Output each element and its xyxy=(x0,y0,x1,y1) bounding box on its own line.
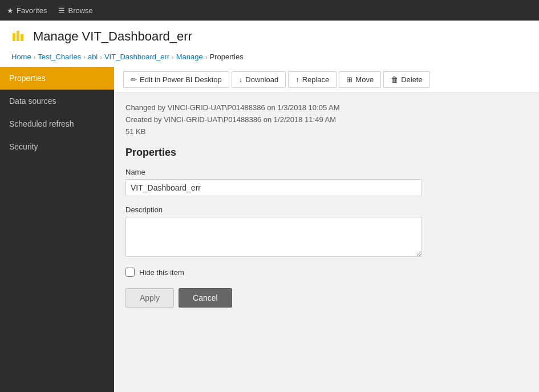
toolbar: ✏ Edit in Power BI Desktop ↓ Download ↑ … xyxy=(114,67,539,93)
browse-icon: ☰ xyxy=(58,6,65,15)
svg-rect-1 xyxy=(17,31,19,41)
name-input[interactable] xyxy=(125,179,422,196)
svg-rect-2 xyxy=(21,34,23,41)
content-area: ✏ Edit in Power BI Desktop ↓ Download ↑ … xyxy=(114,67,539,392)
created-by-text: Created by VINCI-GRID-UAT\P01488386 on 1… xyxy=(125,114,528,126)
download-icon: ↓ xyxy=(239,75,243,84)
breadcrumb-sep-4: › xyxy=(172,54,174,60)
header: Manage VIT_Dashboard_err xyxy=(0,21,539,52)
main-layout: Properties Data sources Scheduled refres… xyxy=(0,67,539,392)
hide-item-group: Hide this item xyxy=(125,268,528,277)
breadcrumb-home[interactable]: Home xyxy=(11,52,31,61)
sidebar-scheduled-refresh-label: Scheduled refresh xyxy=(9,119,74,128)
description-textarea[interactable] xyxy=(125,217,422,257)
breadcrumb-current: Properties xyxy=(209,52,243,61)
browse-label: Browse xyxy=(68,6,92,15)
replace-icon: ↑ xyxy=(295,75,299,84)
edit-button-label: Edit in Power BI Desktop xyxy=(140,75,222,84)
sidebar-security-label: Security xyxy=(9,142,38,151)
breadcrumb: Home › Test_Charles › abl › VIT_Dashboar… xyxy=(0,52,539,67)
star-icon: ★ xyxy=(7,6,14,15)
changed-by-text: Changed by VINCI-GRID-UAT\P01488386 on 1… xyxy=(125,102,528,114)
apply-button-label: Apply xyxy=(140,293,160,302)
apply-button[interactable]: Apply xyxy=(125,288,174,308)
properties-form: Properties Name Description Hide this it… xyxy=(125,147,528,308)
breadcrumb-manage[interactable]: Manage xyxy=(176,52,203,61)
move-button[interactable]: ⊞ Move xyxy=(339,71,381,88)
favorites-label: Favorites xyxy=(17,6,47,15)
breadcrumb-dashboard[interactable]: VIT_Dashboard_err xyxy=(104,52,169,61)
breadcrumb-sep-5: › xyxy=(205,54,208,60)
delete-button[interactable]: 🗑 Delete xyxy=(383,71,430,88)
name-field-group: Name xyxy=(125,168,528,196)
description-label: Description xyxy=(125,205,528,214)
size-text: 51 KB xyxy=(125,126,528,138)
delete-icon: 🗑 xyxy=(391,75,398,84)
browse-nav-item[interactable]: ☰ Browse xyxy=(58,6,92,15)
sidebar-item-security[interactable]: Security xyxy=(0,135,114,158)
breadcrumb-test-charles[interactable]: Test_Charles xyxy=(38,52,81,61)
download-button[interactable]: ↓ Download xyxy=(232,71,286,88)
power-bi-icon xyxy=(11,29,27,45)
favorites-nav-item[interactable]: ★ Favorites xyxy=(7,6,47,15)
download-button-label: Download xyxy=(245,75,278,84)
move-button-label: Move xyxy=(355,75,374,84)
sidebar: Properties Data sources Scheduled refres… xyxy=(0,67,114,392)
delete-button-label: Delete xyxy=(401,75,423,84)
breadcrumb-abl[interactable]: abl xyxy=(88,52,98,61)
edit-in-powerbi-button[interactable]: ✏ Edit in Power BI Desktop xyxy=(123,71,229,88)
sidebar-data-sources-label: Data sources xyxy=(9,96,56,106)
description-field-group: Description xyxy=(125,205,528,258)
top-nav: ★ Favorites ☰ Browse xyxy=(0,0,539,21)
replace-button[interactable]: ↑ Replace xyxy=(288,71,337,88)
breadcrumb-sep-3: › xyxy=(100,54,102,60)
hide-item-checkbox[interactable] xyxy=(125,268,135,277)
meta-info: Changed by VINCI-GRID-UAT\P01488386 on 1… xyxy=(125,102,528,138)
sidebar-item-scheduled-refresh[interactable]: Scheduled refresh xyxy=(0,112,114,135)
sidebar-item-data-sources[interactable]: Data sources xyxy=(0,90,114,112)
hide-item-label[interactable]: Hide this item xyxy=(139,268,184,277)
content-body: Changed by VINCI-GRID-UAT\P01488386 on 1… xyxy=(114,93,539,317)
name-label: Name xyxy=(125,168,528,176)
page-header-title: Manage VIT_Dashboard_err xyxy=(11,29,528,45)
cancel-button[interactable]: Cancel xyxy=(179,288,232,308)
section-title: Properties xyxy=(125,147,528,159)
svg-rect-0 xyxy=(13,33,15,41)
breadcrumb-sep-1: › xyxy=(34,54,36,60)
breadcrumb-sep-2: › xyxy=(83,54,86,60)
sidebar-properties-label: Properties xyxy=(9,74,46,83)
form-actions: Apply Cancel xyxy=(125,288,528,308)
cancel-button-label: Cancel xyxy=(193,293,218,302)
sidebar-item-properties[interactable]: Properties xyxy=(0,67,114,90)
replace-button-label: Replace xyxy=(302,75,330,84)
edit-icon: ✏ xyxy=(131,75,137,84)
page-title: Manage VIT_Dashboard_err xyxy=(33,29,192,44)
move-icon: ⊞ xyxy=(346,75,352,84)
